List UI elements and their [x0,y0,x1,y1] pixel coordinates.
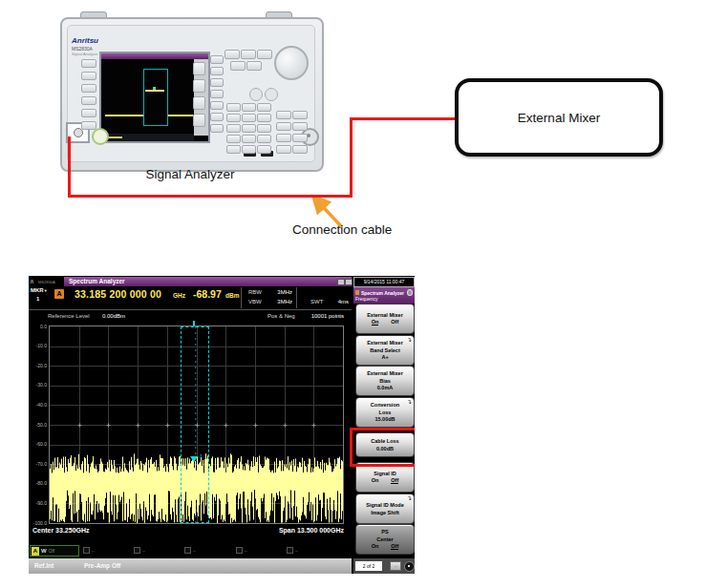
trace-slot: – [236,547,247,554]
instrument-key [81,121,96,130]
marker-label-text: MKR [31,287,44,293]
instrument-key [292,111,308,119]
clock-icon[interactable] [404,561,415,572]
detection-mode: Pos & Neg [267,313,295,319]
rbw-label: RBW [248,289,262,295]
instrument-key [242,135,256,143]
signal-analyzer-label: Signal Analyzer [60,167,320,181]
reference-level-value: 0.00dBm [102,313,125,319]
instrument-key [242,114,256,122]
menu-button-ps-center[interactable]: PSCenterOnOff [355,524,415,555]
trace-points: 10001 points [301,313,344,319]
toggle-row: OnOff [372,477,399,484]
next-page-button[interactable]: → [390,561,401,571]
round-key [265,88,278,101]
instrument-key [81,84,96,93]
trace-slot-dash: – [193,548,196,554]
write-mode-letter: W [41,548,47,554]
instrument-key [193,62,205,75]
toggle-on-label[interactable]: On [372,477,379,484]
signal-analyzer-illustration: Anritsu MS2830A Signal Analyzer [60,17,324,172]
mini-trace-left [105,115,143,116]
connection-diagram: Anritsu MS2830A Signal Analyzer [0,0,727,267]
mini-marker-dot [153,87,156,90]
instrument-key [292,134,308,142]
menu-button-external-mixer[interactable]: External MixerOnOff [355,304,415,334]
instrument-key [81,59,96,68]
toggle-off-label[interactable]: Off [391,319,398,326]
toggle-row: OnOff [372,543,399,550]
marker-1-number: 1 [200,453,203,459]
instrument-key [193,79,205,93]
mini-title-bar [101,53,208,59]
reference-source: Ref.Int [34,562,53,569]
instrument-key [225,50,240,59]
center-frequency-label: Center 33.250GHz [32,527,90,534]
instrument-key [210,55,224,64]
trace-slot-icon [134,547,140,554]
mini-zone-marker [143,69,168,126]
marker-1-icon [190,456,198,462]
logo-model: MS2830A [38,280,55,284]
toggle-off-label[interactable]: Off [391,543,398,550]
trace-slot-dash: – [142,548,145,554]
menu-button-label: Signal ID [374,471,396,477]
power-button [92,128,109,145]
trace-state: Off [49,548,55,554]
toggle-off-label[interactable]: Off [391,477,398,484]
menu-button-label: PS [381,529,388,536]
menu-panel-footer: 2 of 2 → [353,558,415,574]
span-label: Span 13.500 000GHz [248,527,344,534]
instrument-key [276,145,291,154]
menu-button-label: Bias [379,378,391,385]
instrument-key [246,61,262,71]
instrument-key [257,103,271,112]
page-indicator: 2 of 2 [355,561,382,571]
instrument-panel-label: Signal Analyzer [72,52,98,56]
instrument-key [81,72,96,80]
marker-number: 1 [36,296,39,302]
menu-button-label: Loss [379,410,392,416]
vbw-label: VBW [248,299,262,304]
mini-trace-signal [145,90,164,92]
app-icon [355,290,359,295]
trace-slot: – [83,547,95,554]
trace-slot: – [287,547,298,554]
instrument-key [81,96,96,105]
trace-slot: – [184,547,196,554]
cable-loss-highlight-box [350,428,415,467]
trace-slot-icon [236,547,243,554]
instrument-key [242,124,256,133]
instrument-key [210,101,224,110]
separator [241,287,242,308]
menu-button-label: Conversion [371,402,399,409]
menu-panel-header: Spectrum Analyzer Frequency [353,287,415,304]
menu-button-label: Image Shift [371,510,399,516]
y-axis-label: -50.0 [29,422,47,428]
instrument-key [257,135,271,143]
menu-button-external-mixer-bias[interactable]: External MixerBias0.0mA [355,366,415,396]
instrument-key [81,109,96,117]
y-axis-label: 0.0 [29,324,47,329]
round-key [249,88,263,101]
menu-header-subtitle: Frequency [353,296,415,302]
menu-button-external-mixer-band-select[interactable]: External MixerBand SelectA+↴ [355,335,415,366]
menu-button-signal-id-mode[interactable]: Signal ID ModeImage Shift↴ [355,494,415,524]
marker-label[interactable]: MKR▼ [31,287,48,293]
instrument-key [193,96,205,110]
trace-slot: – [134,547,145,554]
active-trace-indicator[interactable]: A W Off [30,545,79,556]
submenu-arrow-icon: ↴ [407,336,412,343]
toggle-on-label[interactable]: On [372,543,379,550]
y-axis-label: -10.0 [29,343,47,348]
separator [29,309,352,310]
connection-cable-segment [68,136,71,198]
menu-button-conversion-loss[interactable]: ConversionLoss15.00dB↴ [355,397,415,428]
menu-button-label: 0.0mA [377,385,394,391]
toggle-on-label[interactable]: On [372,319,379,326]
trace-slot-icon [83,547,90,554]
rbw-value: 3MHz [267,289,292,295]
close-icon[interactable] [345,279,353,285]
minimize-icon[interactable] [337,279,345,285]
trace-slot-icon [287,547,293,554]
